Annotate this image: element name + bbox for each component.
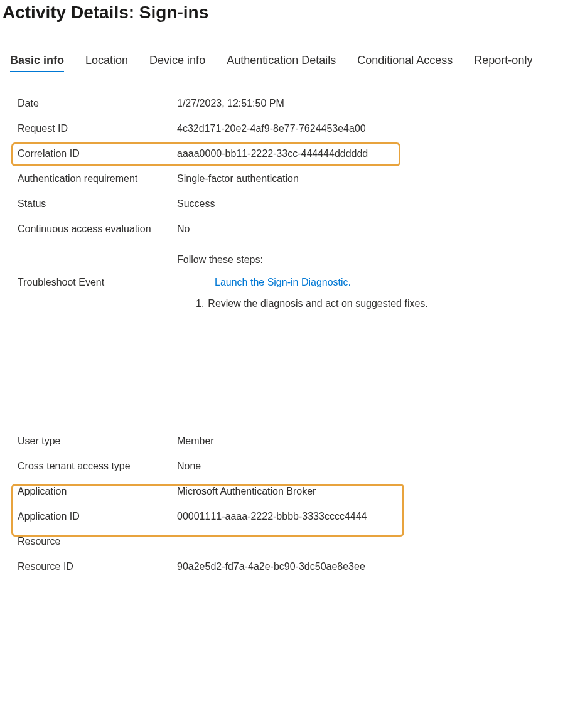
row-user-type: User type Member — [18, 429, 584, 454]
row-application-id: Application ID 00001111-aaaa-2222-bbbb-3… — [18, 504, 584, 529]
details-section: Date 1/27/2023, 12:51:50 PM Request ID 4… — [1, 91, 584, 579]
label-resource-id: Resource ID — [18, 561, 177, 572]
step-text: Review the diagnosis and act on suggeste… — [208, 298, 427, 309]
value-cross-tenant: None — [177, 461, 201, 472]
tab-device-info[interactable]: Device info — [149, 54, 205, 72]
value-application-id: 00001111-aaaa-2222-bbbb-3333cccc4444 — [177, 511, 367, 522]
troubleshoot-intro: Follow these steps: — [177, 254, 428, 265]
page-title: Activity Details: Sign-ins — [1, 3, 584, 23]
tabs: Basic info Location Device info Authenti… — [1, 54, 584, 72]
row-resource-id: Resource ID 90a2e5d2-fd7a-4a2e-bc90-3dc5… — [18, 554, 584, 579]
label-auth-requirement: Authentication requirement — [18, 173, 177, 185]
value-correlation-id: aaaa0000-bb11-2222-33cc-444444dddddd — [177, 148, 368, 159]
row-correlation-id: Correlation ID aaaa0000-bb11-2222-33cc-4… — [18, 141, 584, 166]
launch-diagnostic-link[interactable]: Launch the Sign-in Diagnostic. — [215, 277, 351, 288]
tab-location[interactable]: Location — [85, 54, 128, 72]
label-user-type: User type — [18, 436, 177, 447]
label-application-id: Application ID — [18, 511, 177, 522]
value-auth-requirement: Single-factor authentication — [177, 173, 299, 185]
row-troubleshoot: Troubleshoot Event Follow these steps: L… — [18, 242, 584, 309]
tab-authentication-details[interactable]: Authentication Details — [227, 54, 336, 72]
row-auth-requirement: Authentication requirement Single-factor… — [18, 166, 584, 191]
value-application: Microsoft Authentication Broker — [177, 486, 316, 497]
tab-report-only[interactable]: Report-only — [474, 54, 532, 72]
value-request-id: 4c32d171-20e2-4af9-8e77-7624453e4a00 — [177, 123, 366, 134]
row-cross-tenant: Cross tenant access type None — [18, 454, 584, 479]
row-status: Status Success — [18, 191, 584, 217]
label-date: Date — [18, 98, 177, 109]
tab-conditional-access[interactable]: Conditional Access — [357, 54, 453, 72]
row-resource: Resource — [18, 529, 584, 554]
troubleshoot-step-1: 1.Review the diagnosis and act on sugges… — [196, 298, 428, 309]
value-date: 1/27/2023, 12:51:50 PM — [177, 98, 284, 109]
row-request-id: Request ID 4c32d171-20e2-4af9-8e77-76244… — [18, 116, 584, 141]
label-request-id: Request ID — [18, 123, 177, 134]
label-status: Status — [18, 198, 177, 210]
label-application: Application — [18, 486, 177, 497]
label-resource: Resource — [18, 536, 177, 547]
details-section-2: User type Member Cross tenant access typ… — [18, 429, 584, 579]
tab-basic-info[interactable]: Basic info — [10, 54, 64, 72]
value-status: Success — [177, 198, 215, 210]
row-cae: Continuous access evaluation No — [18, 217, 584, 242]
troubleshoot-content: Follow these steps: Launch the Sign-in D… — [177, 254, 428, 309]
label-cae: Continuous access evaluation — [18, 223, 177, 235]
label-correlation-id: Correlation ID — [18, 148, 177, 159]
value-cae: No — [177, 223, 190, 235]
label-cross-tenant: Cross tenant access type — [18, 461, 177, 472]
value-resource-id: 90a2e5d2-fd7a-4a2e-bc90-3dc50ae8e3ee — [177, 561, 365, 572]
row-date: Date 1/27/2023, 12:51:50 PM — [18, 91, 584, 116]
row-application: Application Microsoft Authentication Bro… — [18, 479, 584, 504]
step-number: 1. — [196, 298, 204, 309]
value-user-type: Member — [177, 436, 214, 447]
label-troubleshoot: Troubleshoot Event — [18, 254, 177, 288]
